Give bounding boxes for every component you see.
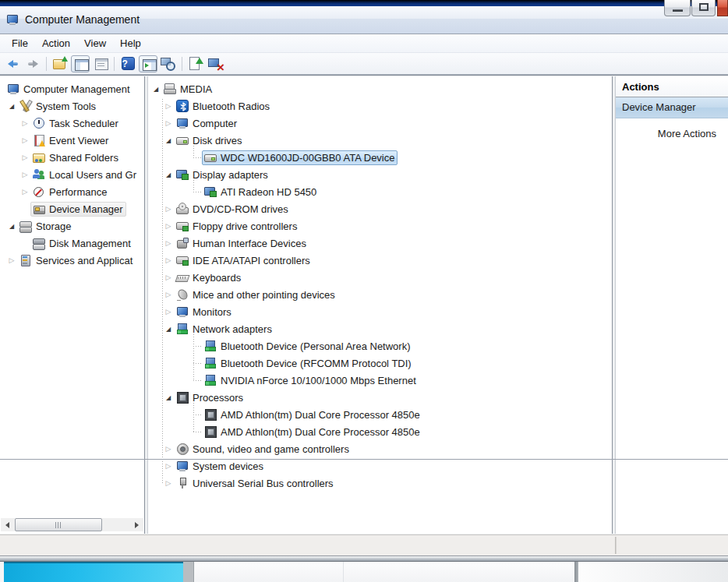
export-list-icon[interactable] xyxy=(91,55,110,72)
uninstall-device-icon[interactable] xyxy=(207,55,225,72)
tree-item-label: NVIDIA nForce 10/100/1000 Mbps Ethernet xyxy=(221,375,416,386)
tree-item-amd-athlon-2[interactable]: AMD Athlon(tm) Dual Core Processor 4850e xyxy=(148,423,612,440)
expand-arrow-icon[interactable] xyxy=(163,101,174,111)
tree-item-bluetooth-radios[interactable]: Bluetooth Radios xyxy=(148,97,612,115)
expand-arrow-icon[interactable] xyxy=(19,118,30,129)
back-icon[interactable] xyxy=(3,55,22,72)
tree-item-amd-athlon-1[interactable]: AMD Athlon(tm) Dual Core Processor 4850e xyxy=(148,406,612,423)
expand-arrow-icon[interactable] xyxy=(163,169,174,180)
menu-file[interactable]: File xyxy=(5,35,35,51)
expand-arrow-icon[interactable] xyxy=(163,460,174,471)
expand-arrow-icon[interactable] xyxy=(163,118,174,129)
tree-item-event-viewer[interactable]: Event Viewer xyxy=(0,132,144,149)
tree-item-storage[interactable]: Storage xyxy=(0,217,144,235)
tree-item-bt-pan[interactable]: Bluetooth Device (Personal Area Network) xyxy=(148,337,612,354)
tree-item-local-users[interactable]: Local Users and Gr xyxy=(0,166,144,183)
dvd-drive-icon xyxy=(176,203,189,215)
tree-item-system-tools[interactable]: System Tools xyxy=(0,97,144,115)
floppy-controller-icon xyxy=(176,220,189,232)
tree-item-media-root[interactable]: MEDIA xyxy=(148,80,612,97)
bluetooth-radio-icon xyxy=(176,100,189,112)
minimize-button[interactable] xyxy=(664,0,691,16)
tree-item-wdc-disk[interactable]: WDC WD1600JD-00GBB0 ATA Device xyxy=(148,149,612,166)
scroll-left-icon[interactable] xyxy=(1,518,14,531)
tree-item-sound-controllers[interactable]: Sound, video and game controllers xyxy=(148,440,612,457)
expand-arrow-icon[interactable] xyxy=(19,135,30,146)
tree-item-usb-controllers[interactable]: Universal Serial Bus controllers xyxy=(148,474,612,492)
expand-arrow-icon[interactable] xyxy=(163,443,174,454)
tree-item-computer-management[interactable]: Computer Management xyxy=(0,80,144,97)
tree-item-disk-management[interactable]: Disk Management xyxy=(0,235,144,252)
app-icon xyxy=(6,13,19,26)
expand-arrow-icon[interactable] xyxy=(163,255,174,266)
show-action-pane-icon[interactable] xyxy=(139,55,157,72)
scrollbar-grip xyxy=(55,522,62,528)
up-one-level-folder-icon[interactable] xyxy=(51,55,69,72)
expand-arrow-icon[interactable] xyxy=(163,135,174,146)
tree-item-task-scheduler[interactable]: Task Scheduler xyxy=(0,115,144,132)
menu-view[interactable]: View xyxy=(77,35,113,51)
tree-item-label: AMD Athlon(tm) Dual Core Processor 4850e xyxy=(221,426,420,438)
expand-arrow-placeholder xyxy=(191,426,202,437)
tree-item-services-applications[interactable]: Services and Applicat xyxy=(0,252,144,269)
menu-action[interactable]: Action xyxy=(35,35,77,51)
expand-arrow-icon[interactable] xyxy=(6,101,17,111)
expand-arrow-icon[interactable] xyxy=(163,272,174,283)
more-actions-button[interactable]: More Actions xyxy=(616,125,728,143)
horizontal-scrollbar[interactable] xyxy=(1,518,143,531)
tree-item-performance[interactable]: Performance xyxy=(0,183,144,200)
tree-item-device-manager[interactable]: Device Manager xyxy=(0,200,144,217)
expand-arrow-icon[interactable] xyxy=(163,392,174,403)
forward-icon[interactable] xyxy=(23,55,42,72)
tree-item-network-adapters[interactable]: Network adapters xyxy=(148,320,612,337)
tree-item-system-devices[interactable]: System devices xyxy=(148,457,612,474)
tree-item-nvidia-ethernet[interactable]: NVIDIA nForce 10/100/1000 Mbps Ethernet xyxy=(148,372,612,389)
tree-item-keyboards[interactable]: Keyboards xyxy=(148,269,612,286)
title-bar[interactable]: Computer Management xyxy=(0,6,728,34)
expand-arrow-icon[interactable] xyxy=(163,238,174,249)
tree-item-display-adapters[interactable]: Display adapters xyxy=(148,166,612,183)
actions-section-device-manager[interactable]: Device Manager xyxy=(616,97,728,118)
sound-icon xyxy=(176,443,189,455)
tree-item-label: WDC WD1600JD-00GBB0 ATA Device xyxy=(221,152,394,164)
expand-arrow-icon[interactable] xyxy=(19,186,30,197)
tree-item-disk-drives[interactable]: Disk drives xyxy=(148,132,612,149)
tree-item-bt-rfcomm[interactable]: Bluetooth Device (RFCOMM Protocol TDI) xyxy=(148,354,612,372)
tree-item-floppy-controllers[interactable]: Floppy drive controllers xyxy=(148,217,612,235)
tree-item-label: Services and Applicat xyxy=(36,255,133,266)
tree-item-label: Display adapters xyxy=(193,169,268,181)
maximize-button[interactable] xyxy=(691,0,716,16)
tree-item-ati-radeon[interactable]: ATI Radeon HD 5450 xyxy=(148,183,612,200)
toolbar-separator xyxy=(114,57,115,71)
update-driver-icon[interactable] xyxy=(186,55,205,72)
expand-arrow-icon[interactable] xyxy=(163,478,174,489)
scrollbar-thumb[interactable] xyxy=(15,518,102,531)
expand-arrow-icon[interactable] xyxy=(163,306,174,317)
expand-arrow-icon[interactable] xyxy=(19,152,30,163)
tree-item-monitors[interactable]: Monitors xyxy=(148,303,612,320)
device-tree-pane: MEDIA Bluetooth Radios Computer Disk dri… xyxy=(147,76,613,534)
expand-arrow-icon[interactable] xyxy=(6,220,17,231)
scan-for-hardware-changes-icon[interactable] xyxy=(159,55,178,72)
tree-item-computer[interactable]: Computer xyxy=(148,115,612,132)
tree-item-label: MEDIA xyxy=(180,83,212,95)
expand-arrow-icon[interactable] xyxy=(6,255,17,266)
expand-arrow-icon[interactable] xyxy=(150,83,161,94)
expand-arrow-icon[interactable] xyxy=(163,203,174,214)
menu-help[interactable]: Help xyxy=(113,35,148,51)
tree-item-processors[interactable]: Processors xyxy=(148,389,612,406)
close-button[interactable] xyxy=(717,0,728,16)
tree-item-dvd-drives[interactable]: DVD/CD-ROM drives xyxy=(148,200,612,217)
expand-arrow-icon[interactable] xyxy=(163,220,174,231)
expand-arrow-icon[interactable] xyxy=(163,323,174,334)
tree-item-shared-folders[interactable]: Shared Folders xyxy=(0,149,144,166)
tree-item-mice[interactable]: Mice and other pointing devices xyxy=(148,286,612,303)
show-console-tree-icon[interactable] xyxy=(71,55,90,72)
scroll-right-icon[interactable] xyxy=(130,518,143,531)
expand-arrow-icon[interactable] xyxy=(163,289,174,300)
expand-arrow-icon[interactable] xyxy=(19,169,30,180)
help-icon[interactable] xyxy=(122,57,135,70)
tree-item-ide-controllers[interactable]: IDE ATA/ATAPI controllers xyxy=(148,252,612,269)
expand-arrow-placeholder xyxy=(191,186,202,197)
tree-item-hid[interactable]: Human Interface Devices xyxy=(148,235,612,252)
